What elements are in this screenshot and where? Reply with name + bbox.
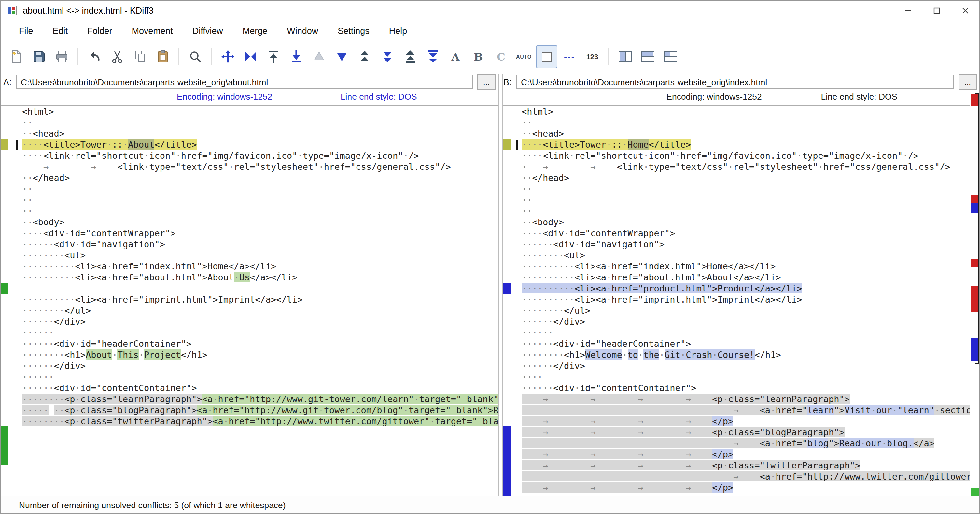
menu-diffview[interactable]: Diffview <box>183 26 233 36</box>
diff-gutter-mark <box>1 283 8 294</box>
numbers-icon: 123 <box>586 53 598 60</box>
code-line: → → → → </p> <box>503 416 970 427</box>
menu-merge[interactable]: Merge <box>233 26 277 36</box>
goto-next-conflict-button[interactable] <box>376 45 398 68</box>
code-line: ····<title>Tower·::·About</title> <box>1 139 498 150</box>
split-grid-button[interactable] <box>660 45 681 68</box>
text-cursor <box>516 140 518 150</box>
goto-prev-unsolved-conflict-button[interactable] <box>399 45 421 68</box>
overview-view-range-bracket <box>975 93 979 364</box>
split-vertical-button[interactable] <box>614 45 636 68</box>
print-button[interactable] <box>51 45 72 68</box>
save-button[interactable] <box>28 45 49 68</box>
show-line-numbers-button[interactable]: 123 <box>581 45 603 68</box>
code-line: ··········<li><a·href="index.html">Home<… <box>503 261 970 272</box>
close-button[interactable] <box>951 1 979 20</box>
diff-gutter-mark <box>503 139 511 150</box>
new-file-button[interactable] <box>5 45 27 68</box>
search-icon <box>188 49 202 64</box>
menu-file[interactable]: File <box>9 26 43 36</box>
code-line: ········<ul> <box>503 250 970 261</box>
menu-folder[interactable]: Folder <box>78 26 122 36</box>
goto-current-unsolved-conflict-button[interactable] <box>240 45 261 68</box>
code-line: ······</div> <box>503 316 970 327</box>
code-line: ········<h1>About·This·Project</h1> <box>1 349 498 360</box>
code-lines-a: <html>····<head>····<title>Tower·::·Abou… <box>1 106 498 427</box>
goto-first-delta-button[interactable] <box>262 45 284 68</box>
pane-a-browse-button[interactable]: ... <box>477 74 496 90</box>
menu-settings[interactable]: Settings <box>328 26 379 36</box>
code-line: ········<ul> <box>1 250 498 261</box>
code-line: → → → → <p·class="twitterParagraph"> <box>503 460 970 471</box>
code-line: ···· <box>503 371 970 382</box>
letter-a-icon: A <box>452 51 460 63</box>
pane-b-path-input[interactable] <box>516 75 954 89</box>
letter-b-icon: B <box>474 51 482 63</box>
double-chevron-up-line-icon <box>403 49 417 64</box>
code-line: ····<link·rel="shortcut·icon"·href="img/… <box>503 150 970 161</box>
diff-overview-strip[interactable] <box>970 93 979 496</box>
goto-next-delta-button[interactable] <box>331 45 352 68</box>
code-line: ······<div·id="contentContainer"> <box>503 382 970 393</box>
code-line: ······<div·id="headerContainer"> <box>503 338 970 349</box>
minimize-button[interactable] <box>893 1 922 20</box>
split-horizontal-button[interactable] <box>637 45 658 68</box>
pane-a-label: A: <box>3 77 16 87</box>
choose-b-button[interactable]: B <box>468 45 489 68</box>
code-line: ··<body> <box>1 217 498 228</box>
toolbar-separator <box>178 48 179 65</box>
code-line: ··········<li><a·href="index.html">Home<… <box>1 261 498 272</box>
show-whitespace-button[interactable] <box>536 45 557 68</box>
choose-c-button[interactable]: C <box>490 45 512 68</box>
menu-edit[interactable]: Edit <box>43 26 78 36</box>
code-line: ·· <box>503 184 970 195</box>
paste-button[interactable] <box>152 45 173 68</box>
pane-b-browse-button[interactable]: ... <box>959 74 977 90</box>
diff-gutter-mark <box>1 139 8 150</box>
pane-a-path-input[interactable] <box>16 75 473 89</box>
code-line: ······</div> <box>1 360 498 371</box>
code-line: → → → → </p> <box>503 449 970 460</box>
goto-next-unsolved-conflict-button[interactable] <box>422 45 444 68</box>
code-line: ··<head> <box>1 128 498 139</box>
code-line: ··</head> <box>503 173 970 184</box>
choose-a-button[interactable]: A <box>445 45 466 68</box>
paste-icon <box>155 49 170 64</box>
title-bar: about.html <-> index.html - KDiff3 <box>1 1 979 20</box>
auto-advance-button[interactable]: AUTO <box>513 45 535 68</box>
cut-button[interactable] <box>106 45 127 68</box>
goto-current-delta-button[interactable] <box>217 45 238 68</box>
menu-help[interactable]: Help <box>379 26 417 36</box>
code-line: ····<div·id="contentWrapper"> <box>1 228 498 239</box>
show-whitespace-chars-button[interactable]: --- <box>559 45 580 68</box>
goto-prev-delta-button[interactable] <box>308 45 329 68</box>
maximize-button[interactable] <box>922 1 951 20</box>
overview-diff-mark <box>971 488 979 497</box>
copy-button[interactable] <box>129 45 150 68</box>
code-line: ········<p·class="twitterParagraph"><a·h… <box>1 416 498 427</box>
goto-last-delta-button[interactable] <box>285 45 307 68</box>
status-bar: Number of remaining unsolved conflicts: … <box>1 496 979 513</box>
code-line: ·· <box>1 195 498 206</box>
print-icon <box>54 49 69 64</box>
pane-splitter[interactable] <box>498 73 503 496</box>
goto-prev-conflict-button[interactable] <box>353 45 375 68</box>
code-line: ······<div·id="headerContainer"> <box>1 338 498 349</box>
code-line: ··········<li><a·href="product.html">Pro… <box>503 283 970 294</box>
undo-button[interactable] <box>83 45 105 68</box>
menu-window[interactable]: Window <box>277 26 328 36</box>
menu-movement[interactable]: Movement <box>122 26 183 36</box>
code-line: ··········<li><a·href="imprint.html">Imp… <box>503 294 970 305</box>
dashes-icon: --- <box>564 51 575 62</box>
code-line: ··········<li><a·href="imprint.html">Imp… <box>1 294 498 305</box>
code-line: ······</div> <box>1 316 498 327</box>
find-button[interactable] <box>184 45 206 68</box>
code-lines-b: <html>····<head>····<title>Tower·::·Home… <box>503 106 970 493</box>
pane-a-header: A: ... <box>3 73 496 90</box>
pane-b-line-end-style: Line end style: DOS <box>821 92 897 102</box>
code-pane-a[interactable]: <html>····<head>····<title>Tower·::·Abou… <box>1 106 498 496</box>
code-pane-b[interactable]: <html>····<head>····<title>Tower·::·Home… <box>503 106 970 496</box>
code-line: ·· <box>1 117 498 128</box>
toolbar-separator <box>211 48 212 65</box>
code-line: ··········<li><a·href="about.html">About… <box>1 272 498 283</box>
